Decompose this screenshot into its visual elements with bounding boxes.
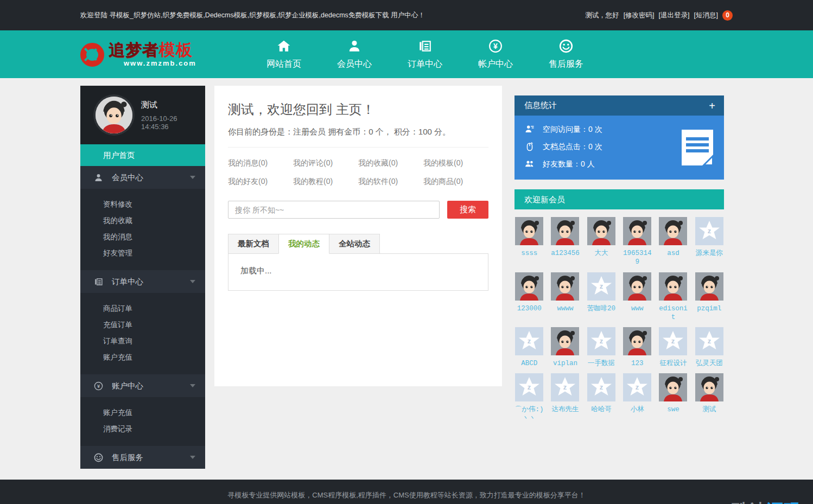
svg-text:z: z: [563, 383, 567, 391]
nav-item-5[interactable]: 售后服务: [531, 39, 601, 70]
member-name: 123000: [515, 304, 544, 313]
member-item[interactable]: 123000: [515, 272, 544, 322]
order-icon: [94, 277, 103, 286]
member-item[interactable]: z源来是你: [695, 217, 724, 267]
sidebar-subitem[interactable]: 商品订单: [80, 301, 205, 317]
member-item[interactable]: z征程设计: [658, 327, 688, 368]
tab-1[interactable]: 最新文档: [228, 234, 279, 254]
nav-item-4[interactable]: ¥帐户中心: [460, 39, 531, 70]
svg-text:z: z: [600, 282, 604, 290]
sidebar-item-user-home[interactable]: 用户首页: [80, 144, 205, 166]
tab-2[interactable]: 我的动态: [278, 234, 329, 254]
member-item[interactable]: ssss: [515, 217, 544, 267]
member-item[interactable]: wwww: [550, 272, 580, 322]
sidebar-group-4[interactable]: 售后服务: [80, 446, 205, 469]
svg-text:z: z: [600, 337, 604, 345]
topbar: 欢迎登陆 寻模板_织梦仿站,织梦免费模板,Dedecms模板,织梦模板,织梦企业…: [0, 0, 813, 30]
logout-link[interactable]: [退出登录]: [659, 11, 690, 20]
quick-link[interactable]: 我的评论(0): [293, 158, 358, 168]
member-name: edisonit: [658, 304, 688, 322]
sidebar-subitem[interactable]: 资料修改: [80, 196, 205, 213]
quick-link[interactable]: 我的模板(0): [423, 158, 488, 168]
member-item[interactable]: pzqiml: [695, 272, 724, 322]
star-avatar: z: [695, 217, 723, 245]
member-item[interactable]: z苦咖啡20: [587, 272, 616, 322]
boy-avatar: [659, 373, 687, 401]
member-name: 19653149: [623, 249, 652, 267]
new-members-title: 欢迎新会员: [515, 189, 724, 209]
boy-avatar: [623, 272, 651, 301]
sidebar-subitem[interactable]: 订单查询: [80, 333, 205, 349]
member-name: 苦咖啡20: [587, 304, 616, 313]
member-item[interactable]: edisonit: [658, 272, 688, 322]
member-item[interactable]: a123456: [550, 217, 580, 267]
member-item[interactable]: 大大: [587, 217, 616, 267]
sidebar-subitem[interactable]: 账户充值: [80, 405, 205, 421]
member-name: 征程设计: [658, 359, 688, 368]
member-item[interactable]: 123: [623, 327, 652, 368]
member-name: a123456: [550, 249, 580, 258]
footer-description: 寻模板专业提供网站模板，CMS程序模板,程序插件，CMS使用教程等站长资源，致力…: [0, 490, 813, 500]
member-name: ssss: [515, 249, 544, 258]
sidebar-subitem[interactable]: 消费记录: [80, 421, 205, 437]
member-item[interactable]: viplan: [550, 327, 580, 368]
sidebar-subitem[interactable]: 我的消息: [80, 229, 205, 245]
sidebar-group-1[interactable]: 会员中心: [80, 166, 205, 189]
account-icon: ¥: [94, 381, 103, 391]
member-item[interactable]: z哈哈哥: [587, 373, 616, 423]
quick-link[interactable]: 我的好友(0): [228, 177, 293, 187]
nav-item-1[interactable]: 网站首页: [249, 39, 319, 70]
right-column: 信息统计 + 空间访问量：0 次文档总点击：0 次好友数量：0 人: [515, 86, 724, 423]
quick-link[interactable]: 我的收藏(0): [358, 158, 423, 168]
search-button[interactable]: 搜索: [447, 201, 488, 219]
sidebar-subitem[interactable]: 充值订单: [80, 317, 205, 333]
member-name: wwww: [550, 304, 580, 313]
quick-link[interactable]: 我的软件(0): [358, 177, 423, 187]
expand-icon[interactable]: +: [709, 100, 715, 111]
member-item[interactable]: 测试: [695, 373, 724, 423]
tab-3[interactable]: 全站动态: [329, 234, 380, 254]
sidebar-subitem[interactable]: 我的收藏: [80, 213, 205, 229]
member-item[interactable]: z达布先生: [550, 373, 580, 423]
svg-text:z: z: [600, 383, 604, 391]
member-name: 弘灵天团: [695, 359, 724, 368]
message-count-badge[interactable]: 0: [722, 10, 733, 21]
search-input[interactable]: [228, 201, 440, 219]
member-item[interactable]: swe: [658, 373, 688, 423]
avatar[interactable]: [96, 97, 132, 133]
member-name: 测试: [695, 405, 724, 414]
member-item[interactable]: z一手数据: [587, 327, 616, 368]
nav-item-2[interactable]: 会员中心: [319, 39, 390, 70]
member-item[interactable]: 19653149: [623, 217, 652, 267]
quick-link[interactable]: 我的消息(0): [228, 158, 293, 168]
svg-text:z: z: [636, 383, 639, 391]
member-name: 达布先生: [550, 405, 580, 414]
change-password-link[interactable]: [修改密码]: [624, 11, 655, 20]
logo-ring-icon: [80, 43, 104, 67]
boy-avatar: [551, 217, 579, 245]
member-item[interactable]: z弘灵天团: [695, 327, 724, 368]
quick-link[interactable]: 我的商品(0): [423, 177, 488, 187]
service-icon: [531, 39, 601, 55]
sidebar-group-3[interactable]: ¥账户中心: [80, 374, 205, 397]
star-avatar: z: [695, 327, 723, 355]
member-item[interactable]: asd: [658, 217, 688, 267]
member-item[interactable]: www: [623, 272, 652, 322]
member-item[interactable]: z小林: [623, 373, 652, 423]
sidebar-subitem[interactable]: 好友管理: [80, 245, 205, 261]
quick-link[interactable]: 我的教程(0): [293, 177, 358, 187]
member-item[interactable]: zABCD: [515, 327, 544, 368]
profile-username: 测试: [141, 100, 205, 110]
new-members-grid: ssssa123456大大19653149asdz源来是你123000wwwwz…: [515, 217, 724, 423]
site-logo[interactable]: 追梦者模板 www.zmzmb.com: [80, 42, 216, 67]
sidebar-group-2[interactable]: 订单中心: [80, 270, 205, 293]
star-avatar: z: [659, 327, 687, 355]
boy-avatar: [587, 217, 615, 245]
visitor-icon: [524, 124, 536, 135]
nav-item-3[interactable]: 订单中心: [390, 39, 460, 70]
sidebar-subitem[interactable]: 账户充值: [80, 349, 205, 366]
messages-link[interactable]: [短消息]: [694, 11, 718, 20]
member-icon: [319, 39, 390, 55]
member-item[interactable]: z⌒か伟:)丶丶: [515, 373, 544, 423]
svg-text:z: z: [708, 227, 712, 235]
